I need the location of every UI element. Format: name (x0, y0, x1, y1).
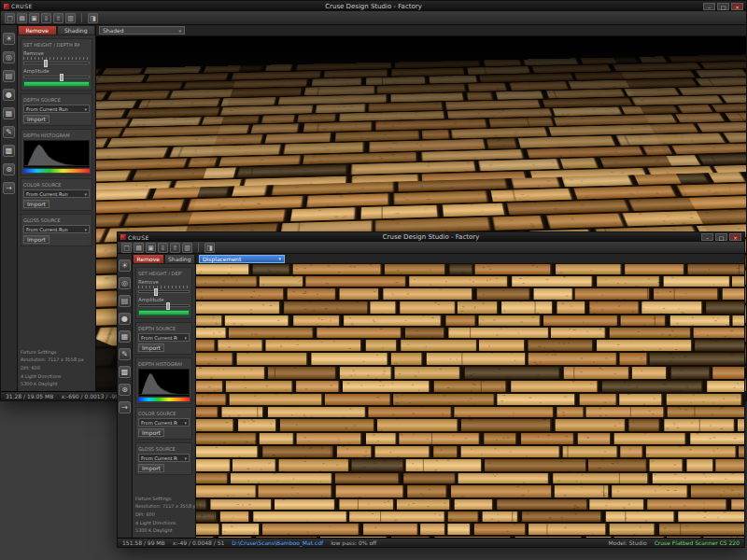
snapshot-icon[interactable]: ◨ (88, 13, 98, 23)
remove-slider-label: Remove (23, 49, 83, 55)
import-icon[interactable]: ⇩ (41, 13, 51, 23)
depth-source-section: DEPTH SOURCE From Current Run▾ Import (135, 322, 192, 355)
slider-handle[interactable] (44, 60, 48, 67)
amplitude-slider-label: Amplitude (23, 67, 83, 73)
section-title: DEPTH SOURCE (138, 326, 182, 331)
viewport-2d[interactable] (196, 264, 744, 538)
gloss-import-button[interactable]: Import (23, 235, 49, 244)
scan-icon[interactable]: ◎ (119, 277, 131, 289)
close-button[interactable]: × (729, 233, 741, 241)
settings-icon[interactable]: ⊛ (119, 384, 131, 396)
depth-source-section: DEPTH SOURCE From Current Run▾ Import (21, 93, 92, 126)
viewmode-select[interactable]: Displacement▾ (199, 255, 285, 263)
grid-icon[interactable]: ▩ (3, 145, 15, 157)
status-memory: 151.58 / 99 MB (122, 539, 165, 546)
depth-import-button[interactable]: Import (23, 115, 49, 123)
maximize-button[interactable]: □ (717, 3, 729, 10)
gloss-source-select[interactable]: From Current Run▾ (23, 225, 90, 233)
export-panel-icon[interactable]: → (119, 401, 131, 413)
color-import-button[interactable]: Import (23, 200, 49, 208)
snapshot-icon[interactable]: ◨ (204, 243, 215, 253)
remove-slider[interactable] (23, 62, 90, 64)
slider-handle[interactable] (166, 302, 170, 310)
remove-slider-label: Remove (138, 278, 185, 284)
depth-source-select[interactable]: From Current Run▾ (23, 105, 90, 113)
gloss-source-select[interactable]: From Current Run▾ (138, 454, 190, 462)
section-title: DEPTH HISTOGRAM (23, 133, 79, 138)
depth-source-select[interactable]: From Current Run▾ (138, 333, 190, 342)
material-icon[interactable]: ● (119, 313, 131, 325)
export-icon[interactable]: ⇧ (53, 13, 63, 23)
section-title: DEPTH SOURCE (23, 97, 79, 103)
color-source-select[interactable]: From Current Run▾ (138, 418, 190, 427)
slider-handle[interactable] (60, 74, 63, 81)
chevron-down-icon: ▾ (84, 191, 87, 197)
minimize-button[interactable]: – (701, 233, 713, 241)
color-source-select[interactable]: From Current Run▾ (23, 189, 90, 198)
export-icon[interactable]: ⇧ (170, 243, 180, 253)
slider-ticks (138, 286, 190, 288)
side-panel: Remove Shading SET HEIGHT / DEPTH RANGE … (133, 254, 196, 538)
layers-icon[interactable]: ▤ (3, 70, 15, 82)
export-panel-icon[interactable]: → (3, 182, 15, 194)
amplitude-slider[interactable] (138, 304, 190, 307)
new-file-icon[interactable]: □ (5, 13, 15, 23)
layers-icon[interactable]: ▤ (119, 295, 131, 307)
grid-icon[interactable]: ▩ (119, 366, 131, 378)
tool-strip: ☀ ◎ ▤ ● ▦ ✎ ▩ ⊛ → (1, 25, 18, 391)
texture-icon[interactable]: ▦ (3, 107, 15, 119)
save-icon[interactable]: ▣ (29, 13, 39, 23)
maximize-button[interactable]: □ (715, 233, 727, 241)
light-icon[interactable]: ☀ (3, 33, 15, 45)
light-icon[interactable]: ☀ (119, 259, 131, 272)
statusbar: 151.58 / 99 MB x:-49 / 0.0048 / 51 D:\Cr… (118, 538, 744, 547)
color-import-button[interactable]: Import (138, 428, 164, 437)
app-logo-icon (120, 234, 126, 240)
slider-handle[interactable] (154, 288, 158, 296)
save-icon[interactable]: ▣ (146, 243, 156, 253)
edit-tools-icon[interactable]: ✎ (119, 348, 131, 360)
tab-shading[interactable]: Shading (164, 254, 196, 264)
depth-histogram (23, 140, 90, 168)
titlebar[interactable]: CRUSE Cruse Design Studio - Factory – □ … (118, 232, 744, 242)
edit-tools-icon[interactable]: ✎ (3, 126, 15, 138)
gloss-import-button[interactable]: Import (138, 464, 164, 472)
depth-histogram-section: DEPTH HISTOGRAM (21, 129, 92, 175)
status-file-path[interactable]: D:\Cruse\Scans\Bamboo_Mat.cdf (232, 539, 323, 546)
material-icon[interactable]: ● (3, 89, 15, 101)
open-file-icon[interactable]: ▤ (134, 243, 144, 253)
scan-icon[interactable]: ◎ (3, 51, 15, 63)
print-icon[interactable]: ▥ (65, 13, 76, 23)
texture-icon[interactable]: ▦ (119, 330, 131, 343)
tab-shading[interactable]: Shading (57, 25, 96, 35)
titlebar[interactable]: CRUSE Cruse Design Studio - Factory – □ … (1, 1, 746, 11)
remove-slider[interactable] (138, 290, 190, 293)
print-icon[interactable]: ▥ (182, 243, 192, 253)
side-panel: Remove Shading SET HEIGHT / DEPTH RANGE … (18, 25, 96, 391)
fixture-info: Fixture Settings Resolution: 7117 x 3558… (18, 345, 95, 391)
depth-histogram (138, 369, 190, 397)
new-file-icon[interactable]: □ (121, 243, 132, 253)
tab-remove[interactable]: Remove (18, 25, 57, 35)
chevron-down-icon: ▾ (84, 227, 87, 232)
window-title: Cruse Design Studio - Factory (1, 3, 746, 10)
gloss-source-section: GLOSS SOURCE From Current Run▾ Import (21, 214, 92, 246)
open-file-icon[interactable]: ▤ (17, 13, 27, 23)
slider-ticks (23, 57, 90, 60)
color-source-section: COLOR SOURCE From Current Run▾ Import (21, 178, 92, 211)
settings-icon[interactable]: ⊛ (3, 163, 15, 175)
app-brand: CRUSE (11, 3, 33, 9)
chevron-down-icon: ▾ (184, 420, 187, 426)
amplitude-slider[interactable] (23, 76, 90, 78)
close-button[interactable]: × (731, 3, 743, 10)
chevron-down-icon: ▾ (184, 455, 187, 461)
section-title: COLOR SOURCE (138, 411, 182, 416)
color-source-section: COLOR SOURCE From Current Run▾ Import (135, 407, 192, 440)
minimize-button[interactable]: – (703, 3, 715, 10)
app-window-front: CRUSE Cruse Design Studio - Factory – □ … (117, 231, 745, 548)
viewmode-select[interactable]: Shaded▾ (99, 26, 185, 35)
import-icon[interactable]: ⇩ (158, 243, 168, 253)
viewport-topbar: Shaded▾ (96, 25, 746, 36)
depth-import-button[interactable]: Import (138, 343, 164, 352)
tab-remove[interactable]: Remove (133, 254, 164, 264)
